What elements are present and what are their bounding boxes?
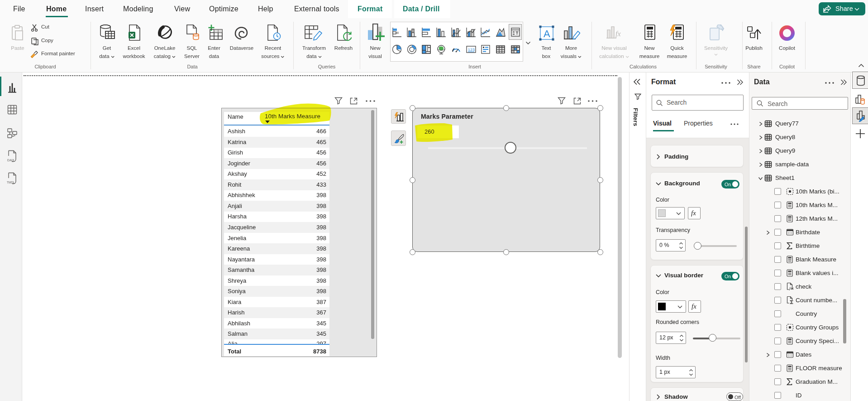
svg-text:DAX: DAX xyxy=(7,158,14,162)
svg-text:fx: fx xyxy=(615,30,621,38)
svg-text:TMDL: TMDL xyxy=(7,181,15,184)
svg-text:A: A xyxy=(544,28,550,39)
svg-text:123: 123 xyxy=(468,48,475,52)
